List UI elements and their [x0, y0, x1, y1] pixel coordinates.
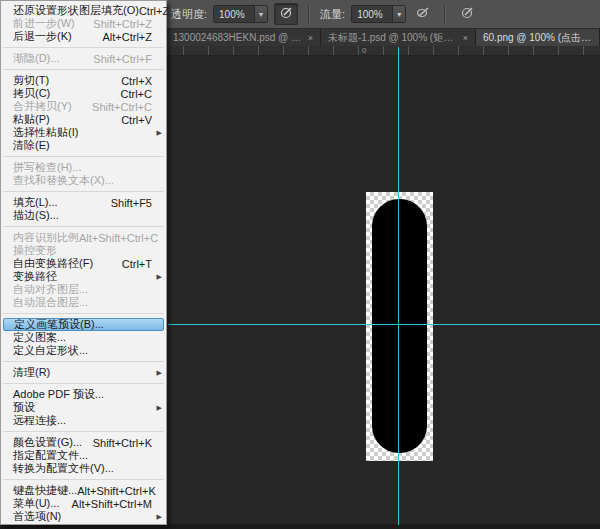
flow-value: 100%	[352, 6, 392, 22]
flow-label: 流量:	[320, 7, 345, 22]
submenu-arrow-icon: ▶	[157, 404, 162, 412]
menu-separator	[3, 383, 164, 384]
flow-dropdown[interactable]: 100% ▼	[351, 5, 406, 23]
pen-pressure-icon	[460, 5, 475, 24]
menu-item-shortcut: Alt+Ctrl+Z	[102, 31, 160, 43]
menu-item[interactable]: 清除(E)	[1, 139, 166, 152]
menu-item[interactable]: 清理(R)▶	[1, 366, 166, 379]
menu-item: 渐隐(D)...Shift+Ctrl+F	[1, 52, 166, 65]
submenu-arrow-icon: ▶	[157, 129, 162, 137]
menu-item-label: 清理(R)	[13, 365, 50, 380]
tab-title: 60.png @ 100% (点击这个，将 选区转	[483, 31, 592, 45]
opacity-value: 100%	[214, 6, 254, 22]
opacity-dropdown[interactable]: 100% ▼	[213, 5, 268, 23]
menu-separator	[3, 479, 164, 480]
submenu-arrow-icon: ▶	[157, 369, 162, 377]
ruler-origin-label: 0	[362, 46, 366, 55]
menu-item-shortcut: Shift+Ctrl+K	[93, 437, 160, 449]
menu-item-shortcut: Shift+Ctrl+Z	[93, 18, 160, 30]
pressure-opacity-button[interactable]	[274, 3, 298, 25]
menu-item-shortcut: Shift+Ctrl+C	[92, 101, 160, 113]
menu-item-shortcut: Alt+Shift+Ctrl+M	[72, 498, 160, 510]
menu-item-label: 自动混合图层...	[13, 295, 88, 310]
menu-item-label: 定义自定形状...	[13, 343, 88, 358]
toolbar-divider	[308, 4, 310, 24]
document-tab[interactable]: 未标题-1.psd @ 100% (矩形 1, RGB/...×	[321, 29, 476, 46]
horizontal-ruler: 0	[167, 46, 600, 56]
tab-title: 1300024683HEKN.psd @ 3...	[173, 32, 302, 43]
menu-separator	[3, 361, 164, 362]
menu-item: 自动混合图层...	[1, 296, 166, 309]
menu-item-label: 描边(S)...	[13, 208, 59, 223]
menu-separator	[3, 431, 164, 432]
menu-item-shortcut: Alt+Shift+Ctrl+C	[79, 232, 166, 244]
menu-item-shortcut: Ctrl+T	[122, 258, 160, 270]
menu-item-shortcut: Shift+F5	[111, 197, 160, 209]
menu-separator	[3, 226, 164, 227]
menu-separator	[3, 47, 164, 48]
menu-separator	[3, 313, 164, 314]
menu-item-label: 查找和替换文本(X)...	[13, 173, 114, 188]
menu-item-shortcut: Ctrl+Z	[139, 5, 177, 17]
menu-separator	[3, 69, 164, 70]
horizontal-guide[interactable]	[168, 324, 600, 325]
menu-item[interactable]: 转换为配置文件(V)...	[1, 462, 166, 475]
menu-item[interactable]: 远程连接...	[1, 414, 166, 427]
menu-item-shortcut: Ctrl+V	[121, 114, 160, 126]
chevron-down-icon[interactable]: ▼	[254, 6, 267, 22]
document-tab[interactable]: 60.png @ 100% (点击这个，将 选区转	[476, 29, 600, 46]
toolbar-divider	[444, 4, 446, 24]
menu-item-label: 首选项(N)	[13, 509, 61, 524]
canvas-document[interactable]	[366, 192, 433, 461]
submenu-arrow-icon: ▶	[157, 513, 162, 521]
menu-item-shortcut: Ctrl+X	[121, 75, 160, 87]
edit-menu: 还原设置形状图层填充(O)Ctrl+Z前进一步(W)Shift+Ctrl+Z后退…	[0, 0, 167, 525]
menu-item: 查找和替换文本(X)...	[1, 174, 166, 187]
menu-item[interactable]: 后退一步(K)Alt+Ctrl+Z	[1, 30, 166, 43]
submenu-arrow-icon: ▶	[157, 273, 162, 281]
menu-item-label: 转换为配置文件(V)...	[13, 461, 114, 476]
pen-pressure-icon	[279, 5, 294, 24]
pressure-size-button[interactable]	[456, 4, 478, 24]
menu-item-label: 远程连接...	[13, 413, 66, 428]
menu-separator	[3, 156, 164, 157]
menu-separator	[3, 191, 164, 192]
chevron-down-icon[interactable]: ▼	[392, 6, 405, 22]
menu-item-shortcut: Alt+Shift+Ctrl+K	[77, 485, 164, 497]
airbrush-icon	[416, 5, 431, 24]
document-tab[interactable]: 1300024683HEKN.psd @ 3...×	[166, 29, 321, 46]
menu-item[interactable]: 定义自定形状...	[1, 344, 166, 357]
tab-close-icon[interactable]: ×	[463, 33, 468, 43]
menu-item[interactable]: 首选项(N)▶	[1, 510, 166, 523]
tab-title: 未标题-1.psd @ 100% (矩形 1, RGB/...	[328, 31, 457, 45]
menu-item[interactable]: 描边(S)...	[1, 209, 166, 222]
menu-item-shortcut: Ctrl+C	[121, 88, 160, 100]
rounded-rectangle-shape	[372, 199, 427, 453]
menu-item-label: 渐隐(D)...	[13, 51, 59, 66]
menu-item-label: 清除(E)	[13, 138, 50, 153]
menu-item-shortcut: Shift+Ctrl+F	[93, 53, 160, 65]
vertical-guide[interactable]	[398, 47, 399, 525]
tab-close-icon[interactable]: ×	[308, 33, 313, 43]
menu-item-label: 后退一步(K)	[13, 29, 72, 44]
airbrush-button[interactable]	[412, 4, 434, 24]
